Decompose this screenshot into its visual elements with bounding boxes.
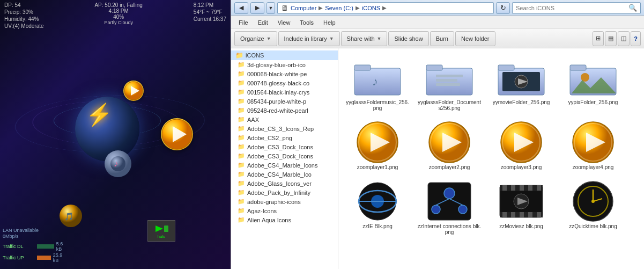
icon-item[interactable]: zzQuicktime blk.png [558,177,628,239]
tree-item-label: adobe-graphic-icons [247,199,301,205]
menu-view[interactable]: View [273,18,295,27]
content-area: 📁 iCONS 📁3d-glossy-blue-orb-ico 📁000068-… [231,48,644,269]
lan-status: LAN Unavailable [3,228,39,233]
icon-label: zzMoviesz blk.png [499,223,543,229]
tree-item-icons-root[interactable]: 📁 iCONS [231,50,338,60]
slideshow-button[interactable]: Slide show [388,31,428,46]
tree-item[interactable]: 📁000068-black-white-pe [231,69,338,78]
preview-pane-button[interactable]: ◫ [618,31,630,46]
svg-point-46 [432,205,440,214]
computer-icon: 🖥 [281,4,288,12]
tree-item[interactable]: 📁Adobe_CS2_png [231,133,338,142]
tree-item-label: AAX [247,117,259,123]
share-with-button[interactable]: Share with ▼ [341,31,388,46]
explorer-window: ◀ ▶ ▼ 🖥 Computer ▶ Seven (C:) ▶ iCONS ▶ … [231,0,644,269]
icon-item[interactable]: yypixFolder_256.png [558,53,628,115]
burn-button[interactable]: Burn [430,31,454,46]
breadcrumb-computer[interactable]: Computer [291,5,316,11]
view-options-button[interactable]: ⊞ [593,31,604,46]
folder-icon: 📁 [238,89,245,96]
icon-item[interactable]: yymovieFolder_256.png [486,53,556,115]
menu-edit[interactable]: Edit [254,18,272,27]
icon-thumbnail [424,57,475,97]
icon-thumbnail [424,181,475,221]
icon-item[interactable]: zoomplayer3.png [486,118,556,175]
tree-item-label: 095248-red-white-pearl [247,107,308,114]
forward-button[interactable]: ▶ [250,2,264,14]
tree-item[interactable]: 📁Adobe_Pack_by_Infinity [231,188,338,197]
traffic-dl-label: Traffic DL [3,244,35,249]
folder-tree: 📁 iCONS 📁3d-glossy-blue-orb-ico 📁000068-… [231,48,338,269]
tree-item-label: 3d-glossy-blue-orb-ico [247,62,306,68]
svg-rect-15 [426,65,442,70]
tree-item-label: Adobe_CS_3_Icons_Rep [247,126,314,132]
tree-item[interactable]: 📁AAX [231,115,338,124]
tree-item-label: Adobe_CS4_Marble_Icons [247,162,317,169]
icon-item[interactable]: zoomplayer4.png [558,118,628,175]
tree-item[interactable]: 📁000748-glossy-black-co [231,78,338,88]
folder-icon: 📁 [238,171,245,178]
svg-rect-8 [164,226,168,232]
icon-grid[interactable]: ♪ yyglasssFoldermusic_256.png yyglasssFo… [338,48,644,269]
icon-thumbnail [567,122,619,162]
svg-text:♪: ♪ [372,75,378,88]
tree-item[interactable]: 📁Adobe_CS4_Marble_Icons [231,161,338,170]
view-toggle-button[interactable]: ▤ [605,31,617,46]
tree-item[interactable]: 📁adobe-graphic-icons [231,197,338,206]
search-input[interactable] [516,5,626,11]
search-box[interactable]: 🔍 [512,2,641,14]
svg-point-26 [581,73,589,82]
tree-item[interactable]: 📁Adobe_CS_3_Icons_Rep [231,124,338,133]
new-folder-button[interactable]: New folder [455,31,495,46]
help-button[interactable]: ? [631,31,641,46]
dp-value: DP: 54 [4,2,44,8]
svg-rect-57 [537,185,541,191]
folder-icon: 📁 [238,98,245,105]
icon-label: zzInternet connections blk.png [417,223,482,235]
back-button[interactable]: ◀ [234,2,248,14]
orbit-display: ⚡ ♪ [11,27,209,242]
folder-icon: 📁 [238,152,245,159]
dl-speed: 5.6 kB [56,241,67,252]
recent-locations-button[interactable]: ▼ [267,2,275,14]
icon-item[interactable]: zoomplayer1.png [343,118,412,175]
breadcrumb-icons[interactable]: iCONS [362,5,380,11]
folder-icon: 📁 [235,52,243,59]
tree-item[interactable]: 📁Agaz-Icons [231,206,338,215]
tree-item[interactable]: 📁095248-red-white-pearl [231,106,338,115]
svg-rect-18 [436,83,460,86]
menu-tools[interactable]: Tools [295,18,318,27]
tree-item[interactable]: 📁Adobe_CS3_Dock_Icons [231,151,338,161]
refresh-button[interactable]: ↻ [496,2,510,14]
icon-item[interactable]: zzIE Blk.png [343,177,412,239]
icon-thumbnail [567,181,619,221]
icon-item[interactable]: zoomplayer2.png [414,118,484,175]
icon-item[interactable]: yyglasssFolder_Documents256.png [414,53,484,115]
menu-help[interactable]: Help [319,18,340,27]
svg-rect-58 [502,212,507,217]
icon-label: zoomplayer1.png [357,164,398,170]
tree-item[interactable]: 📁Adobe_CS4_Marble_Ico [231,170,338,179]
icon-item[interactable]: zzMoviesz blk.png [486,177,556,239]
tree-item[interactable]: 📁085434-purple-white-p [231,97,338,106]
svg-text:♪: ♪ [114,159,118,168]
icon-item[interactable]: zzInternet connections blk.png [414,177,484,239]
tree-item[interactable]: 📁3d-glossy-blue-orb-ico [231,60,338,69]
play-button-large[interactable] [161,118,193,150]
tree-item[interactable]: 📁001564-black-inlay-crys [231,88,338,97]
icon-thumbnail [495,122,547,162]
title-bar: ◀ ▶ ▼ 🖥 Computer ▶ Seven (C:) ▶ iCONS ▶ … [231,0,644,16]
winamp-icon[interactable]: 🎵 [59,204,83,230]
hulu-widget[interactable]: hulu [147,220,175,242]
include-in-library-button[interactable]: Include in library ▼ [278,31,340,46]
tree-item[interactable]: 📁Adobe_Glass_Icons_ver [231,179,338,188]
folder-icon: 📁 [238,61,245,68]
organize-button[interactable]: Organize ▼ [234,31,277,46]
tree-item[interactable]: 📁Adobe_CS3_Dock_Icons [231,142,338,151]
breadcrumb-seven[interactable]: Seven (C:) [325,5,353,11]
menu-file[interactable]: File [234,18,253,27]
uv-value: UV:(4) Moderate [4,23,44,29]
play-button-small[interactable] [123,81,144,101]
tree-item[interactable]: 📁Alien Aqua Icons [231,215,338,224]
icon-item[interactable]: ♪ yyglasssFoldermusic_256.png [343,53,412,115]
